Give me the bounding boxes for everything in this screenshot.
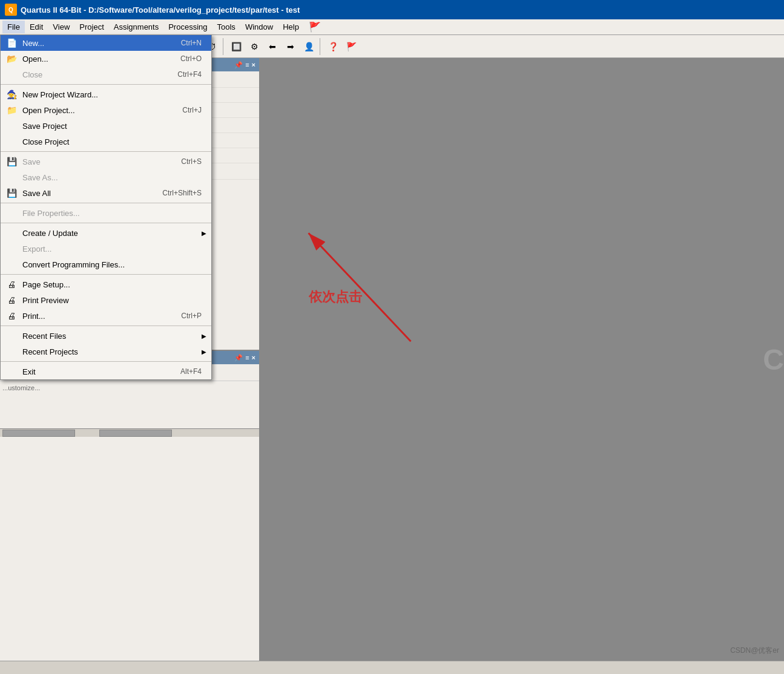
menu-tools[interactable]: Tools <box>212 21 240 33</box>
menu-recent-files[interactable]: Recent Files <box>1 328 211 344</box>
open-icon: 📂 <box>5 53 18 65</box>
bottom-menu-icon[interactable]: ≡ <box>245 354 249 362</box>
menu-save-all-label: Save All <box>22 189 51 198</box>
tb-person-btn[interactable]: 👤 <box>300 38 317 55</box>
menu-export: Export... <box>1 241 211 257</box>
right-edge-partial: C <box>763 343 784 376</box>
menu-print[interactable]: 🖨 Print... Ctrl+P <box>1 308 211 324</box>
help-flag-icon: 🚩 <box>309 21 321 33</box>
menu-file[interactable]: File <box>2 21 25 33</box>
close-shortcut: Ctrl+F4 <box>177 70 202 79</box>
menu-edit[interactable]: Edit <box>25 21 48 33</box>
menu-save-project[interactable]: Save Project <box>1 118 211 134</box>
sep5 <box>1 274 211 275</box>
new-shortcut: Ctrl+N <box>181 39 202 47</box>
menu-processing[interactable]: Processing <box>163 21 212 33</box>
open-proj-icon: 📁 <box>5 104 18 116</box>
menu-save: 💾 Save Ctrl+S <box>1 154 211 169</box>
tb-fwd-btn[interactable]: ➡ <box>282 38 299 55</box>
menu-recent-projects[interactable]: Recent Projects <box>1 344 211 359</box>
menu-page-setup-label: Page Setup... <box>22 280 70 289</box>
tb-sep4 <box>320 38 322 55</box>
tb-back-btn[interactable]: ⬅ <box>264 38 281 55</box>
status-bar <box>0 661 784 674</box>
menu-convert-prog-label: Convert Programming Files... <box>22 260 125 269</box>
new-icon: 📄 <box>5 37 18 49</box>
menu-save-project-label: Save Project <box>22 122 67 131</box>
pin-icon[interactable]: 📌 <box>234 61 243 69</box>
menu-recent-files-label: Recent Files <box>22 332 66 341</box>
menu-open-project-label: Open Project... <box>22 106 75 115</box>
tb-help-btn[interactable]: ❓ <box>324 38 341 55</box>
menu-close-project-label: Close Project <box>22 137 69 146</box>
menu-close-project[interactable]: Close Project <box>1 134 211 149</box>
save-icon: 💾 <box>5 155 18 168</box>
menu-new-project-wizard[interactable]: 🧙 New Project Wizard... <box>1 87 211 102</box>
panel-menu-icon[interactable]: ≡ <box>245 61 249 69</box>
menu-create-update-label: Create / Update <box>22 229 78 238</box>
tb-sep3 <box>223 38 225 55</box>
menu-wizard-label: New Project Wizard... <box>22 90 98 99</box>
hscroll-thumb[interactable] <box>2 430 75 437</box>
sep6 <box>1 326 211 326</box>
menu-save-label: Save <box>22 157 41 166</box>
app-icon: Q <box>5 4 17 16</box>
file-dropdown-menu: 📄 New... Ctrl+N 📂 Open... Ctrl+O Close C… <box>0 34 212 380</box>
print-icon: 🖨 <box>5 310 18 322</box>
sep4 <box>1 223 211 223</box>
menu-file-props: File Properties... <box>1 205 211 221</box>
sep7 <box>1 361 211 362</box>
exit-shortcut: Alt+F4 <box>180 367 202 376</box>
tb-flag-btn[interactable]: 🚩 <box>343 38 360 55</box>
menu-new[interactable]: 📄 New... Ctrl+N <box>1 35 211 51</box>
menu-print-label: Print... <box>22 312 45 321</box>
menu-assignments[interactable]: Assignments <box>109 21 163 33</box>
bottom-close-icon[interactable]: × <box>252 354 255 362</box>
menu-save-as-label: Save As... <box>22 173 58 182</box>
menu-new-label: New... <box>22 39 44 48</box>
page-setup-icon: 🖨 <box>5 278 18 290</box>
menu-window[interactable]: Window <box>240 21 278 33</box>
menu-bar: File Edit View Project Assignments Proce… <box>0 19 784 35</box>
tb-gear-btn[interactable]: ⚙ <box>246 38 263 55</box>
menu-exit-label: Exit <box>22 367 36 376</box>
save-shortcut: Ctrl+S <box>181 157 202 166</box>
menu-open-label: Open... <box>22 54 48 64</box>
close-panel-icon[interactable]: × <box>252 61 255 69</box>
menu-view[interactable]: View <box>48 21 74 33</box>
right-panel: 依次点击 C CSDN@优客er <box>260 58 784 661</box>
wizard-icon: 🧙 <box>5 88 18 100</box>
sep2 <box>1 151 211 152</box>
menu-recent-projects-label: Recent Projects <box>22 347 78 356</box>
menu-help[interactable]: Help <box>278 21 304 33</box>
menu-page-setup[interactable]: 🖨 Page Setup... <box>1 276 211 292</box>
print-preview-icon: 🖨 <box>5 294 18 306</box>
menu-open-project[interactable]: 📁 Open Project... Ctrl+J <box>1 102 211 118</box>
menu-convert-prog[interactable]: Convert Programming Files... <box>1 257 211 272</box>
bottom-panel-icons: 📌 ≡ × <box>234 354 255 362</box>
arrow-annotation <box>260 58 784 661</box>
menu-file-props-label: File Properties... <box>22 209 80 218</box>
svg-line-1 <box>309 233 411 341</box>
open-shortcut: Ctrl+O <box>180 54 202 63</box>
bottom-panel-content: ...ustomize... <box>0 381 259 459</box>
menu-create-update[interactable]: Create / Update <box>1 225 211 241</box>
menu-close: Close Ctrl+F4 <box>1 67 211 82</box>
menu-print-preview[interactable]: 🖨 Print Preview <box>1 292 211 308</box>
menu-close-label: Close <box>22 70 42 79</box>
menu-save-as: Save As... <box>1 169 211 185</box>
save-all-shortcut: Ctrl+Shift+S <box>162 189 202 197</box>
menu-project[interactable]: Project <box>74 21 108 33</box>
bottom-pin-icon[interactable]: 📌 <box>234 354 243 362</box>
save-all-icon: 💾 <box>5 187 18 199</box>
csdn-watermark: CSDN@优客er <box>730 646 779 656</box>
menu-print-preview-label: Print Preview <box>22 296 69 305</box>
menu-open[interactable]: 📂 Open... Ctrl+O <box>1 51 211 67</box>
hscroll-thumb2[interactable] <box>99 430 172 437</box>
title-bar: Q Quartus II 64-Bit - D:/Software/Tool/a… <box>0 0 784 19</box>
left-hscroll[interactable] <box>0 428 259 437</box>
menu-save-all[interactable]: 💾 Save All Ctrl+Shift+S <box>1 185 211 201</box>
sep1 <box>1 84 211 85</box>
menu-exit[interactable]: Exit Alt+F4 <box>1 364 211 379</box>
tb-chip-btn[interactable]: 🔲 <box>228 38 245 55</box>
